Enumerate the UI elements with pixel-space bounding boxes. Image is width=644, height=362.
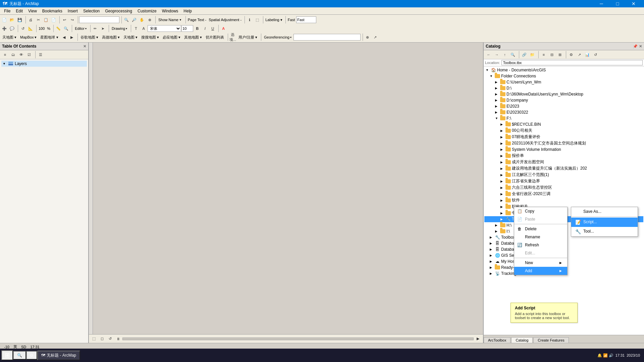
dcomp-expand[interactable]: ▶	[495, 99, 499, 102]
map-canvas[interactable]: ⬚ ◻ ↺ ⏸ ▶	[89, 43, 483, 343]
tree-item-land2023[interactable]: ▶ 20231106关于汇交市县国土空间总体规划	[484, 140, 643, 146]
ctx-add[interactable]: Add ▶	[514, 267, 567, 275]
tree-item-ea2023[interactable]: ▶ E\2023	[484, 103, 643, 109]
search-input[interactable]	[79, 16, 119, 23]
italic-button[interactable]: I	[201, 25, 209, 32]
quality2-expand[interactable]: ▶	[500, 167, 504, 170]
search-taskbar[interactable]: 🔍	[13, 351, 26, 360]
toc-select-view[interactable]: ☑	[25, 51, 33, 58]
ctx-rename[interactable]: Rename	[514, 233, 567, 241]
reports-expand[interactable]: ▶	[500, 154, 504, 158]
arcmap-taskbar[interactable]: 🗺 无标题 - ArcMap	[37, 351, 80, 360]
refresh-button[interactable]: ↺	[19, 25, 26, 32]
submenu-script[interactable]: 📝 Script...	[571, 218, 638, 227]
menu-edit[interactable]: Edit	[13, 7, 25, 14]
tree-item-software[interactable]: ▶ 软件	[484, 197, 643, 203]
user-dropdown[interactable]: 用户/注册 ▾	[237, 34, 259, 41]
measure-button[interactable]: 📏	[55, 25, 62, 32]
catalog-pin[interactable]: 📌	[633, 44, 638, 49]
map-tips-button[interactable]: 💬	[8, 25, 16, 32]
tree-item-jiangsu[interactable]: ▶ 江苏省矢量边界	[484, 178, 643, 184]
select2-button[interactable]: ➤	[99, 25, 107, 32]
admin-expand[interactable]: ▶	[500, 192, 504, 196]
cat-refresh[interactable]: ↺	[592, 51, 599, 58]
undo-button[interactable]: ↩	[61, 16, 68, 23]
tree-item-liuhe[interactable]: ▶ 六合三线和生态管控区	[484, 184, 643, 191]
options-button[interactable]: 选项...	[229, 34, 236, 41]
tree-item-d[interactable]: ▶ D:\	[484, 85, 643, 91]
tree-item-c-users[interactable]: ▶ C:\Users\Lynn_Wm	[484, 79, 643, 85]
gaode2-dropdown[interactable]: 高德地图 ▾	[100, 34, 121, 41]
jiangsu-expand[interactable]: ▶	[500, 180, 504, 183]
liuhe-expand[interactable]: ▶	[500, 186, 504, 189]
d-expand[interactable]: ▶	[495, 86, 499, 90]
zoom-in-button[interactable]: 🔍	[123, 16, 130, 23]
menu-bookmarks[interactable]: Bookmarks	[40, 7, 65, 14]
fast-input[interactable]	[296, 16, 316, 23]
text-button[interactable]: T	[132, 25, 140, 32]
myhosted-expand[interactable]: ▶	[490, 260, 494, 263]
cat-new-folder[interactable]: 📁	[529, 51, 536, 58]
cat-options[interactable]: ⚙	[568, 51, 575, 58]
toc-layers[interactable]: ▼ Layers	[1, 61, 87, 67]
cat-view-thumb[interactable]: ⊞	[556, 51, 564, 58]
add-data-button[interactable]: ➕	[1, 25, 8, 32]
submenu-saveas[interactable]: Save As...	[571, 207, 638, 216]
00comp-expand[interactable]: ▶	[500, 129, 504, 132]
map-scroll-bar[interactable]	[122, 337, 474, 341]
toc-source-view[interactable]: 🗂	[9, 51, 17, 58]
gisserver-expand[interactable]: ▶	[490, 254, 494, 257]
georef-dropdown[interactable]: Georeferencing ▾	[262, 35, 293, 40]
font-select[interactable]: 宋体	[148, 25, 181, 32]
ctx-delete[interactable]: 🗑 Delete	[514, 225, 567, 233]
recycle-expand[interactable]: ▶	[500, 123, 504, 126]
ea20230322-expand[interactable]: ▶	[495, 111, 499, 114]
map-bt1[interactable]: ⬚	[90, 335, 98, 343]
map-nav1[interactable]: ◀	[60, 34, 68, 41]
map-bt2[interactable]: ◻	[98, 335, 106, 343]
tree-item-dcompany[interactable]: ▶ D:\company	[484, 97, 643, 103]
menu-customize[interactable]: Customize	[135, 7, 159, 14]
toc-options[interactable]: ☰	[37, 51, 44, 58]
ctx-paste[interactable]: 📄 Paste	[514, 215, 567, 223]
menu-insert[interactable]: Insert	[65, 7, 80, 14]
tree-item-home[interactable]: ▼ 🏠 Home - Documents\ArcGIS	[484, 67, 643, 73]
minimize-button[interactable]: ─	[594, 0, 609, 7]
fontsize-input[interactable]	[181, 25, 193, 32]
submenu-tool[interactable]: 🔧 Tool...	[571, 227, 638, 236]
cat-forward[interactable]: →	[493, 51, 500, 58]
tree-item-quality[interactable]: ▶ 07耕地质量评价	[484, 134, 643, 140]
zoom-out-button[interactable]: 🔎	[130, 16, 138, 23]
copy-button[interactable]: 📋	[42, 16, 50, 23]
cat-view-list[interactable]: ≡	[540, 51, 547, 58]
cut-button[interactable]: ✂	[35, 16, 42, 23]
new-button[interactable]: 📄	[1, 16, 8, 23]
tree-item-folder-connections[interactable]: ▼ Folder Connections	[484, 73, 643, 79]
menu-file[interactable]: File	[1, 7, 13, 14]
toolboxes-expand[interactable]: ▶	[490, 236, 494, 239]
ea2023-expand[interactable]: ▶	[495, 105, 499, 108]
tree-item-recycle[interactable]: ▶ $RECYCLE.BIN	[484, 121, 643, 127]
sysinfo-expand[interactable]: ▶	[500, 148, 504, 151]
tree-item-sysinfo[interactable]: ▶ System Volume Information	[484, 146, 643, 153]
tab-create-features[interactable]: Create Features	[533, 337, 569, 343]
save-button[interactable]: 💾	[16, 16, 23, 23]
jiangbei-expand[interactable]: ▶	[500, 173, 504, 177]
quality-expand[interactable]: ▶	[500, 135, 504, 139]
tree-item-00company[interactable]: ▶ 00公司相关	[484, 127, 643, 134]
sketch-button[interactable]: ✏	[92, 25, 99, 32]
georef-tool1[interactable]: ⊕	[364, 34, 371, 41]
map-bt4[interactable]: ⏸	[114, 335, 122, 343]
search-dropdown[interactable]: 搜搜地图 ▾	[140, 34, 161, 41]
h-expand[interactable]: ▶	[495, 224, 499, 227]
tiandittu2-dropdown[interactable]: 天地图 ▾	[122, 34, 139, 41]
ctx-edit[interactable]: Edit...	[514, 249, 567, 257]
select-button[interactable]: ⬚	[254, 16, 261, 23]
tracking-expand[interactable]: ▶	[490, 272, 494, 275]
editor-dropdown[interactable]: Editor ▾	[73, 26, 88, 31]
menu-windows[interactable]: Windows	[159, 7, 181, 14]
layers-expand[interactable]: ▼	[3, 62, 7, 65]
tree-item-reports[interactable]: ▶ 报价单	[484, 153, 643, 159]
cat-more1[interactable]: ↗	[576, 51, 583, 58]
cusers-expand[interactable]: ▶	[495, 80, 499, 84]
